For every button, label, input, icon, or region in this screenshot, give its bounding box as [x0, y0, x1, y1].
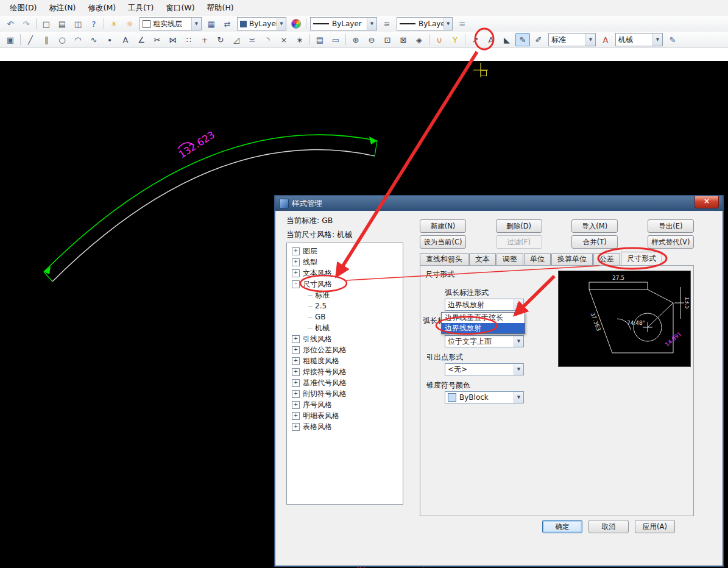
chevron-down-icon[interactable] — [367, 18, 376, 30]
tree-item-1[interactable]: +线型 — [287, 257, 403, 268]
tree-expand-toggle[interactable]: + — [292, 346, 300, 354]
dialog-titlebar[interactable]: 样式管理 — [275, 196, 723, 211]
arc-symbol-form-combo[interactable]: 位于文字上面 — [445, 335, 524, 347]
tree-item-4[interactable]: 标准 — [287, 289, 403, 300]
layer-combo[interactable]: 粗实线层 — [140, 17, 202, 30]
tree-expand-toggle[interactable]: + — [292, 335, 300, 343]
tree-item-0[interactable]: +图层 — [287, 246, 403, 257]
close-button[interactable]: × — [694, 196, 719, 208]
tree-item-13[interactable]: +剖切符号风格 — [287, 388, 403, 399]
layer-on-bulb-icon[interactable]: ☀ — [107, 17, 121, 30]
parallel-line-icon[interactable]: ∥ — [39, 33, 54, 46]
rotate-tool-icon[interactable]: ↻ — [213, 33, 228, 46]
new-file-icon[interactable]: □ — [39, 17, 54, 30]
ruler-icon[interactable]: ▭ — [328, 33, 343, 46]
properties-list-icon[interactable]: ≡ — [455, 17, 470, 30]
linetype-manager-icon[interactable]: ≋ — [380, 17, 394, 30]
erase-tool-icon[interactable]: × — [277, 33, 291, 46]
trim-tool-icon[interactable]: ✂ — [150, 33, 164, 46]
chevron-down-icon[interactable] — [514, 392, 523, 403]
u-shape-icon[interactable]: ∪ — [432, 33, 447, 46]
line-tool-icon[interactable]: ╱ — [23, 33, 38, 46]
dialog-button-1[interactable]: 删除(D) — [496, 219, 542, 233]
dialog-tab-1[interactable]: 文本 — [469, 253, 496, 265]
circle-tool-icon[interactable]: ○ — [55, 33, 69, 46]
tree-expand-toggle[interactable]: + — [292, 423, 300, 431]
dialog-button-2[interactable]: 合并(T) — [571, 235, 618, 249]
tree-expand-toggle[interactable]: + — [292, 379, 300, 387]
tree-item-11[interactable]: +焊接符号风格 — [287, 366, 403, 377]
help-icon[interactable]: ? — [87, 17, 101, 30]
fillet-tool-icon[interactable]: ◝ — [261, 33, 275, 46]
layer-off-bulb-icon[interactable]: ☼ — [122, 17, 137, 30]
text-style-combo[interactable]: 标准 — [548, 33, 596, 46]
zoom-all-icon[interactable]: ⊠ — [396, 33, 411, 46]
datum-dim-icon[interactable]: A — [484, 33, 498, 46]
tree-item-12[interactable]: +基准代号风格 — [287, 377, 403, 388]
tree-expand-toggle[interactable]: - — [292, 280, 300, 288]
tree-item-6[interactable]: GB — [287, 311, 403, 322]
chevron-down-icon[interactable] — [514, 364, 523, 375]
tree-expand-toggle[interactable]: + — [292, 258, 300, 266]
tree-item-9[interactable]: +形位公差风格 — [287, 344, 403, 355]
leader-point-form-combo[interactable]: <无> — [445, 363, 524, 375]
move-tool-icon[interactable]: + — [197, 33, 212, 46]
chevron-down-icon[interactable] — [277, 18, 286, 30]
chevron-down-icon[interactable] — [514, 336, 523, 347]
point-tool-icon[interactable]: ∙ — [102, 33, 117, 46]
mirror-tool-icon[interactable]: ⋈ — [166, 33, 180, 46]
dialog-tab-0[interactable]: 直线和箭头 — [420, 253, 468, 265]
tree-item-5[interactable]: 2.5 — [287, 300, 403, 311]
dropdown-option-1[interactable]: 边界线放射 — [442, 323, 525, 333]
dialog-button-3[interactable]: 导出(E) — [648, 219, 694, 233]
dialog-button-0[interactable]: 设为当前(C) — [420, 235, 466, 249]
tree-item-8[interactable]: +引线风格 — [287, 333, 403, 344]
tree-item-14[interactable]: +序号风格 — [287, 399, 403, 410]
dialog-button-2[interactable]: 应用(A) — [635, 520, 675, 533]
text-tool-icon[interactable]: A — [118, 33, 133, 46]
roughness-icon[interactable]: ◣ — [500, 33, 514, 46]
style-pen-icon[interactable]: ✎ — [665, 33, 680, 46]
dialog-button-0[interactable]: 确定 — [542, 520, 582, 533]
zoom-out-icon[interactable]: ⊖ — [364, 33, 379, 46]
pan-icon[interactable]: ◈ — [412, 33, 426, 46]
new-window-icon[interactable]: ▣ — [3, 33, 18, 46]
tree-expand-toggle[interactable]: + — [292, 247, 300, 255]
angle-dim-icon[interactable]: ∠ — [134, 33, 149, 46]
zoom-window-icon[interactable]: ⊡ — [380, 33, 395, 46]
print-preview-icon[interactable]: ◫ — [71, 17, 85, 30]
tree-expand-toggle[interactable]: + — [292, 269, 300, 277]
tree-expand-toggle[interactable]: + — [292, 390, 300, 398]
undo-icon[interactable]: ↶ — [3, 17, 18, 30]
print-icon[interactable]: ▤ — [55, 17, 69, 30]
explode-tool-icon[interactable]: ∗ — [292, 33, 307, 46]
dim-edit-icon[interactable]: ✐ — [531, 33, 546, 46]
taper-symbol-color-combo[interactable]: ByBlock — [445, 391, 524, 403]
menu-item-5[interactable]: 帮助(H) — [201, 1, 240, 16]
font-style-icon[interactable]: A — [598, 33, 613, 46]
dialog-tab-4[interactable]: 换算单位 — [551, 253, 593, 265]
chevron-down-icon[interactable] — [514, 299, 523, 310]
tree-expand-toggle[interactable]: + — [292, 401, 300, 409]
chevron-down-icon[interactable] — [191, 18, 201, 30]
spline-tool-icon[interactable]: ∿ — [87, 33, 101, 46]
menu-item-3[interactable]: 工具(T) — [122, 1, 160, 16]
arc-dim-form-combo[interactable]: 边界线放射 — [445, 299, 524, 311]
offset-tool-icon[interactable]: ≍ — [245, 33, 260, 46]
dim-style-icon[interactable]: ✎ — [515, 33, 530, 46]
menu-item-4[interactable]: 窗口(W) — [160, 1, 200, 16]
chevron-down-icon[interactable] — [444, 18, 452, 30]
arc-tool-icon[interactable]: ◠ — [71, 33, 85, 46]
dialog-button-0[interactable]: 新建(N) — [420, 219, 466, 233]
dropdown-option-0[interactable]: 边界线垂直于弦长 — [442, 313, 525, 323]
sheet-icon[interactable]: ▤ — [313, 33, 327, 46]
chevron-down-icon[interactable] — [652, 34, 662, 46]
tree-item-7[interactable]: 机械 — [287, 322, 403, 333]
dialog-tab-2[interactable]: 调整 — [497, 253, 523, 265]
menu-item-2[interactable]: 修改(M) — [82, 1, 122, 16]
dialog-button-1[interactable]: 取消 — [588, 520, 629, 533]
linetype-combo[interactable]: ByLayer — [310, 17, 377, 30]
redo-icon[interactable]: ↷ — [19, 17, 34, 30]
menu-item-0[interactable]: 绘图(D) — [4, 1, 43, 16]
array-tool-icon[interactable]: ∷ — [182, 33, 196, 46]
